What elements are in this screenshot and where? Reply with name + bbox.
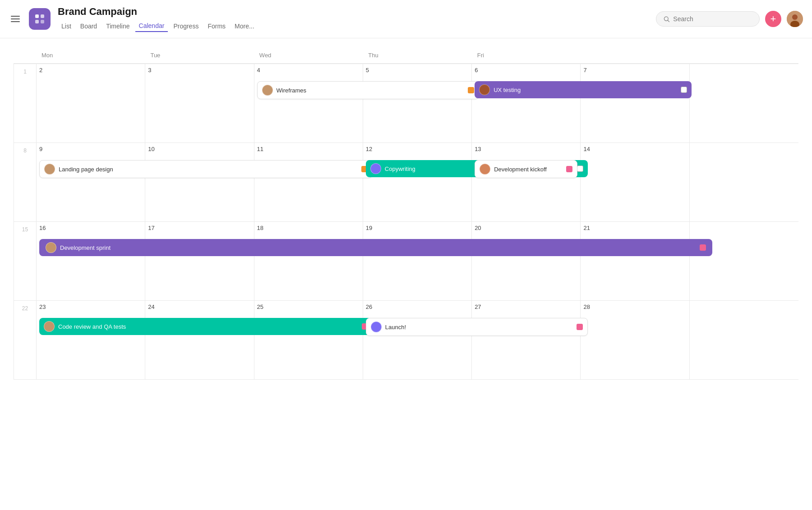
project-title: Brand Campaign bbox=[58, 6, 258, 18]
day-cell-w1-wed: 4 Wireframes bbox=[254, 64, 363, 143]
event-avatar bbox=[480, 164, 490, 175]
week-number-1: 1 bbox=[14, 64, 37, 143]
event-avatar bbox=[262, 85, 273, 96]
calendar-day-headers: Mon Tue Wed Thu Fri bbox=[14, 47, 798, 64]
header: Brand Campaign ListBoardTimelineCalendar… bbox=[0, 0, 812, 38]
day-header-wed: Wed bbox=[254, 47, 363, 63]
day-cell-w2-wed: 11 bbox=[254, 143, 363, 222]
event-ux-testing[interactable]: UX testing bbox=[475, 81, 692, 98]
day-cell-w1-fri: 6 UX testing bbox=[472, 64, 581, 143]
event-landing-page[interactable]: Landing page design bbox=[39, 160, 373, 178]
week-row-1: 1 2 3 4 Wireframes 5 6 U bbox=[14, 64, 798, 143]
day-cell-w1-tue: 3 bbox=[145, 64, 254, 143]
day-cell-w3-tue: 17 bbox=[145, 222, 254, 301]
day-cell-w2-mon: 9 Landing page design bbox=[37, 143, 145, 222]
search-box[interactable] bbox=[656, 11, 760, 27]
day-header-mon: Mon bbox=[36, 47, 145, 63]
user-avatar[interactable] bbox=[787, 11, 803, 27]
event-avatar bbox=[44, 321, 55, 332]
event-launch[interactable]: Launch! bbox=[366, 318, 588, 336]
add-button[interactable]: + bbox=[765, 11, 781, 27]
event-avatar bbox=[370, 163, 381, 174]
week-number-22: 22 bbox=[14, 301, 37, 380]
tab-calendar[interactable]: Calendar bbox=[135, 20, 168, 32]
event-status-dot bbox=[700, 244, 706, 251]
day-header-sun bbox=[690, 47, 798, 63]
svg-rect-2 bbox=[35, 20, 39, 23]
svg-rect-1 bbox=[41, 14, 44, 18]
calendar-container: Mon Tue Wed Thu Fri 1 2 3 4 Wireframes bbox=[0, 38, 812, 389]
day-header-fri: Fri bbox=[472, 47, 581, 63]
nav-tabs: ListBoardTimelineCalendarProgressFormsMo… bbox=[58, 20, 258, 32]
week-row-4: 22 23 Code review and QA tests 24 25 26 … bbox=[14, 301, 798, 380]
day-cell-w3-wed: 18 bbox=[254, 222, 363, 301]
day-cell-w2-extra bbox=[690, 143, 798, 222]
svg-rect-3 bbox=[41, 20, 44, 23]
tab-timeline[interactable]: Timeline bbox=[102, 20, 133, 32]
event-avatar bbox=[371, 322, 382, 332]
day-cell-w1-thu: 5 bbox=[363, 64, 472, 143]
event-code-review[interactable]: Code review and QA tests bbox=[39, 318, 373, 335]
event-wireframes[interactable]: Wireframes bbox=[257, 81, 480, 99]
svg-point-7 bbox=[792, 14, 798, 20]
event-dev-kickoff[interactable]: Development kickoff bbox=[475, 160, 577, 178]
day-cell-w3-extra bbox=[690, 222, 798, 301]
day-cell-w3-mon: 16 Development sprint bbox=[37, 222, 145, 301]
day-cell-w4-sat: 28 bbox=[581, 301, 689, 380]
day-cell-w4-wed: 25 bbox=[254, 301, 363, 380]
event-avatar bbox=[479, 84, 490, 95]
event-status-dot bbox=[468, 87, 474, 93]
event-avatar bbox=[46, 242, 56, 253]
svg-line-5 bbox=[668, 20, 669, 22]
day-cell-w3-fri: 20 bbox=[472, 222, 581, 301]
day-cell-w1-mon: 2 bbox=[37, 64, 145, 143]
day-cell-w2-sat: 14 bbox=[581, 143, 689, 222]
header-right: + bbox=[656, 11, 803, 27]
week-row-3: 15 16 Development sprint 17 18 19 20 21 bbox=[14, 222, 798, 301]
week-row-2: 8 9 Landing page design 10 11 12 Copywri… bbox=[14, 143, 798, 222]
tab-more[interactable]: More... bbox=[231, 20, 258, 32]
event-status-dot bbox=[577, 324, 583, 330]
event-status-dot bbox=[577, 165, 583, 172]
day-cell-w4-fri: 27 bbox=[472, 301, 581, 380]
menu-button[interactable] bbox=[9, 14, 22, 24]
week-number-15: 15 bbox=[14, 222, 37, 301]
day-cell-w3-sat: 21 bbox=[581, 222, 689, 301]
week-number-8: 8 bbox=[14, 143, 37, 222]
day-header-sat bbox=[581, 47, 689, 63]
day-header-tue: Tue bbox=[145, 47, 254, 63]
event-dev-sprint[interactable]: Development sprint bbox=[39, 239, 712, 256]
day-cell-w2-tue: 10 bbox=[145, 143, 254, 222]
day-cell-w1-sat: 7 bbox=[581, 64, 689, 143]
day-cell-w4-mon: 23 Code review and QA tests bbox=[37, 301, 145, 380]
event-avatar bbox=[44, 164, 55, 175]
day-cell-w2-fri: 13 Development kickoff bbox=[472, 143, 581, 222]
day-header-thu: Thu bbox=[363, 47, 471, 63]
tab-list[interactable]: List bbox=[58, 20, 75, 32]
app-icon bbox=[29, 8, 51, 30]
day-cell-w4-extra bbox=[690, 301, 798, 380]
tab-progress[interactable]: Progress bbox=[170, 20, 202, 32]
day-cell-w4-tue: 24 bbox=[145, 301, 254, 380]
tab-forms[interactable]: Forms bbox=[204, 20, 229, 32]
event-status-dot bbox=[681, 87, 687, 93]
search-input[interactable] bbox=[673, 15, 752, 23]
svg-rect-0 bbox=[35, 14, 39, 18]
day-cell-w3-thu: 19 bbox=[363, 222, 472, 301]
tab-board[interactable]: Board bbox=[77, 20, 101, 32]
search-icon bbox=[664, 16, 669, 23]
day-cell-w1-extra bbox=[690, 64, 798, 143]
title-area: Brand Campaign ListBoardTimelineCalendar… bbox=[58, 6, 258, 32]
event-status-dot bbox=[566, 166, 572, 172]
day-cell-w2-thu: 12 Copywriting bbox=[363, 143, 472, 222]
day-cell-w4-thu: 26 Launch! bbox=[363, 301, 472, 380]
